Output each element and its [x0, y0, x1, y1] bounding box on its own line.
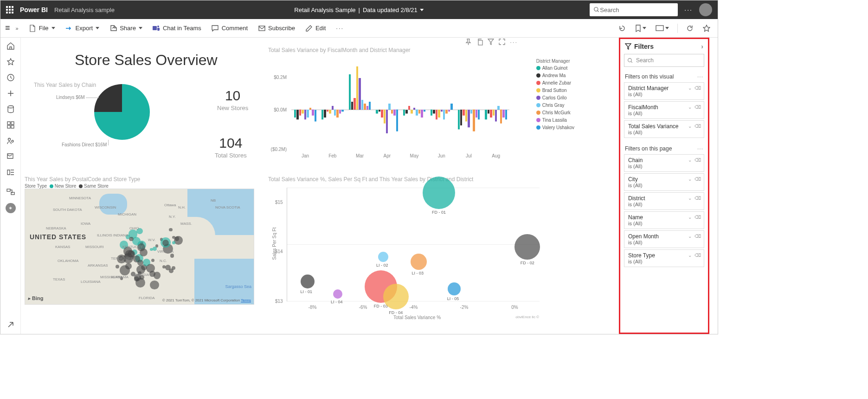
filter-card[interactable]: Store Typeis (All)⌄⌫: [624, 249, 704, 267]
filter-card[interactable]: Chainis (All)⌄⌫: [624, 154, 704, 172]
filter-card[interactable]: Open Monthis (All)⌄⌫: [624, 230, 704, 248]
expand-filter-icon[interactable]: ⌄: [688, 105, 692, 110]
map-state-label: N.H.: [178, 205, 186, 209]
legend-item[interactable]: Brad Sutton: [536, 88, 574, 93]
current-workspace-icon[interactable]: ✶: [6, 203, 16, 213]
search-placeholder: Search: [600, 7, 619, 13]
expand-filter-icon[interactable]: ⌄: [688, 196, 692, 201]
bar: [388, 104, 390, 110]
report-title-center[interactable]: Retail Analysis Sample | Data updated 2/…: [294, 7, 424, 13]
clear-filter-icon[interactable]: ⌫: [694, 124, 701, 129]
expand-filter-icon[interactable]: ⌄: [688, 85, 692, 91]
edit-button[interactable]: Edit: [302, 23, 329, 34]
clear-filter-icon[interactable]: ⌫: [694, 196, 701, 201]
pin-icon[interactable]: [465, 39, 472, 46]
clear-filter-icon[interactable]: ⌫: [694, 253, 701, 258]
bar: [403, 110, 405, 116]
map-visual[interactable]: This Year Sales by PostalCode and Store …: [25, 176, 254, 305]
deployment-icon[interactable]: [6, 187, 15, 196]
home-icon[interactable]: [6, 41, 15, 51]
comment-button[interactable]: Comment: [208, 23, 251, 34]
legend-item[interactable]: Valery Ushakov: [536, 125, 574, 130]
clear-filter-icon[interactable]: ⌫: [694, 157, 701, 163]
clear-filter-icon[interactable]: ⌫: [694, 177, 701, 182]
more-options-icon[interactable]: ···: [684, 6, 693, 13]
legend-item[interactable]: Carlos Grilo: [536, 95, 574, 100]
filter-card[interactable]: Nameis (All)⌄⌫: [624, 211, 704, 229]
legend-item[interactable]: Tina Lassila: [536, 118, 574, 123]
user-avatar[interactable]: [699, 3, 712, 16]
view-menu[interactable]: [653, 23, 672, 33]
filter-applied-icon[interactable]: [488, 39, 494, 46]
section-more-icon[interactable]: ···: [697, 145, 703, 152]
export-menu[interactable]: Export: [62, 23, 103, 34]
clear-filter-icon[interactable]: ⌫: [694, 215, 701, 220]
create-icon[interactable]: [6, 89, 15, 98]
focus-mode-icon[interactable]: [499, 39, 505, 46]
datasets-icon[interactable]: [6, 105, 15, 114]
filter-card[interactable]: Cityis (All)⌄⌫: [624, 173, 704, 191]
reset-icon[interactable]: [616, 23, 629, 34]
legend-item[interactable]: Chris McGurk: [536, 110, 574, 115]
scatter-visual[interactable]: Total Sales Variance %, Sales Per Sq Ft …: [268, 176, 542, 320]
filter-card[interactable]: Total Sales Varianceis (All)⌄⌫: [624, 120, 704, 138]
file-menu[interactable]: File: [25, 23, 59, 34]
legend-item[interactable]: Allan Guinot: [536, 65, 574, 71]
legend-item[interactable]: Andrew Ma: [536, 73, 574, 78]
global-search-input[interactable]: Search: [590, 3, 678, 16]
x-tick-label: 0%: [511, 305, 518, 310]
bookmark-menu[interactable]: [632, 23, 649, 34]
legend-color-dot: [536, 111, 540, 115]
bar-chart-legend: District Manager Allan GuinotAndrew MaAn…: [536, 59, 574, 132]
expand-filter-icon[interactable]: ⌄: [688, 157, 692, 163]
apps-icon[interactable]: [6, 120, 15, 130]
expand-pages-icon[interactable]: »: [16, 26, 19, 31]
map-state-label: ALABAMA: [111, 275, 129, 279]
bubble-label: LI - 05: [447, 296, 459, 301]
favorite-icon[interactable]: [700, 23, 713, 34]
legend-label: Brad Sutton: [542, 88, 567, 93]
kpi-new-stores[interactable]: 10 New Stores: [217, 88, 248, 111]
visual-more-icon[interactable]: ···: [510, 39, 518, 46]
pie-chart-visual[interactable]: Lindseys $6M Fashions Direct $16M: [25, 77, 201, 170]
kpi-total-stores[interactable]: 104 Total Stores: [215, 135, 247, 159]
expand-filter-icon[interactable]: ⌄: [688, 253, 692, 258]
expand-filter-icon[interactable]: ⌄: [688, 215, 692, 220]
copy-icon[interactable]: [476, 39, 483, 46]
expand-nav-icon[interactable]: [6, 320, 15, 329]
app-launcher-icon[interactable]: [6, 6, 13, 13]
legend-item[interactable]: Chris Gray: [536, 103, 574, 108]
learn-icon[interactable]: [6, 152, 15, 161]
share-menu[interactable]: Share: [106, 23, 146, 34]
shared-icon[interactable]: [6, 136, 15, 145]
clear-filter-icon[interactable]: ⌫: [694, 85, 701, 91]
bubble: [514, 234, 540, 260]
expand-filter-icon[interactable]: ⌄: [688, 177, 692, 182]
workspaces-icon[interactable]: [6, 168, 15, 177]
section-more-icon[interactable]: ···: [697, 73, 703, 80]
filter-value: is (All): [628, 183, 700, 188]
filter-card[interactable]: FiscalMonthis (All)⌄⌫: [624, 101, 704, 119]
map-store-dot: [170, 254, 174, 257]
bar-chart-visual[interactable]: $0.2M $0.0M ($0.2M) JanFebMarAprMayJunJu…: [268, 47, 528, 168]
legend-item[interactable]: Annelie Zubar: [536, 80, 574, 85]
filter-card[interactable]: District Manageris (All)⌄⌫: [624, 82, 704, 100]
expand-filter-icon[interactable]: ⌄: [688, 234, 692, 239]
clear-filter-icon[interactable]: ⌫: [694, 234, 701, 239]
bar: [473, 110, 475, 131]
bar: [411, 110, 412, 114]
clear-filter-icon[interactable]: ⌫: [694, 105, 701, 110]
favorites-icon[interactable]: [6, 57, 15, 66]
chat-teams-button[interactable]: Chat in Teams: [149, 23, 205, 34]
subscribe-button[interactable]: Subscribe: [254, 23, 299, 34]
expand-filter-icon[interactable]: ⌄: [688, 124, 692, 129]
more-commands-icon[interactable]: ···: [332, 23, 347, 33]
filters-search-input[interactable]: Search: [624, 54, 704, 67]
brand-label: Power BI: [20, 6, 48, 13]
map-terms-link[interactable]: Terms: [241, 298, 251, 302]
refresh-icon[interactable]: [683, 23, 696, 34]
nav-toggle-icon[interactable]: ≡: [5, 23, 10, 33]
filter-card[interactable]: Districtis (All)⌄⌫: [624, 192, 704, 210]
recent-icon[interactable]: [6, 73, 15, 82]
collapse-pane-icon[interactable]: ›: [701, 43, 703, 50]
